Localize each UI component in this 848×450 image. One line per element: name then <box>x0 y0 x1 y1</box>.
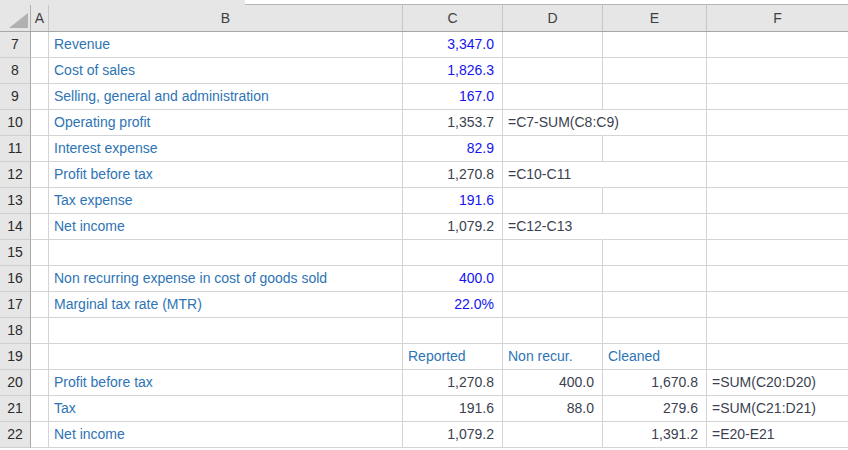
column-header-B[interactable]: B <box>49 5 403 31</box>
cell-E22[interactable]: 1,391.2 <box>603 422 707 448</box>
cell-B21[interactable]: Tax <box>49 396 403 422</box>
cell-D20[interactable]: 400.0 <box>503 370 603 396</box>
cell-E15[interactable] <box>603 240 707 266</box>
column-header-A[interactable]: A <box>31 5 49 31</box>
cell-C11[interactable]: 82.9 <box>403 136 503 162</box>
cell-A12[interactable] <box>31 162 49 188</box>
cell-F7[interactable] <box>707 32 848 58</box>
cell-E18[interactable] <box>603 318 707 344</box>
row-header-12[interactable]: 12 <box>0 162 31 188</box>
cell-D9[interactable] <box>503 84 603 110</box>
cell-F13[interactable] <box>707 188 848 214</box>
row-header-13[interactable]: 13 <box>0 188 31 214</box>
cell-F16[interactable] <box>707 266 848 292</box>
cell-E7[interactable] <box>603 32 707 58</box>
cell-B22[interactable]: Net income <box>49 422 403 448</box>
cell-B7[interactable]: Revenue <box>49 32 403 58</box>
cell-E12[interactable] <box>603 162 707 188</box>
row-header-21[interactable]: 21 <box>0 396 31 422</box>
cell-D18[interactable] <box>503 318 603 344</box>
select-all-button[interactable] <box>0 5 31 31</box>
cell-B8[interactable]: Cost of sales <box>49 58 403 84</box>
cell-C14[interactable]: 1,079.2 <box>403 214 503 240</box>
cell-C13[interactable]: 191.6 <box>403 188 503 214</box>
cell-F8[interactable] <box>707 58 848 84</box>
cell-A22[interactable] <box>31 422 49 448</box>
cell-F14[interactable] <box>707 214 848 240</box>
cell-C17[interactable]: 22.0% <box>403 292 503 318</box>
cell-A18[interactable] <box>31 318 49 344</box>
row-header-11[interactable]: 11 <box>0 136 31 162</box>
row-header-20[interactable]: 20 <box>0 370 31 396</box>
row-header-22[interactable]: 22 <box>0 422 31 448</box>
cell-B16[interactable]: Non recurring expense in cost of goods s… <box>49 266 403 292</box>
cell-D15[interactable] <box>503 240 603 266</box>
cell-C16[interactable]: 400.0 <box>403 266 503 292</box>
cell-F15[interactable] <box>707 240 848 266</box>
cell-A8[interactable] <box>31 58 49 84</box>
cell-F10[interactable] <box>707 110 848 136</box>
cell-A16[interactable] <box>31 266 49 292</box>
cell-A17[interactable] <box>31 292 49 318</box>
cell-C12[interactable]: 1,270.8 <box>403 162 503 188</box>
cell-D11[interactable] <box>503 136 603 162</box>
row-header-7[interactable]: 7 <box>0 32 31 58</box>
cell-F19[interactable] <box>707 344 848 370</box>
cell-D17[interactable] <box>503 292 603 318</box>
cell-F20[interactable]: =SUM(C20:D20) <box>707 370 848 396</box>
cell-E21[interactable]: 279.6 <box>603 396 707 422</box>
cell-D22[interactable] <box>503 422 603 448</box>
row-header-9[interactable]: 9 <box>0 84 31 110</box>
cell-F17[interactable] <box>707 292 848 318</box>
cell-B20[interactable]: Profit before tax <box>49 370 403 396</box>
row-header-16[interactable]: 16 <box>0 266 31 292</box>
cell-F9[interactable] <box>707 84 848 110</box>
cell-E20[interactable]: 1,670.8 <box>603 370 707 396</box>
cell-F21[interactable]: =SUM(C21:D21) <box>707 396 848 422</box>
cell-F12[interactable] <box>707 162 848 188</box>
cell-C10[interactable]: 1,353.7 <box>403 110 503 136</box>
cell-C20[interactable]: 1,270.8 <box>403 370 503 396</box>
cell-D7[interactable] <box>503 32 603 58</box>
cell-C8[interactable]: 1,826.3 <box>403 58 503 84</box>
cell-F18[interactable] <box>707 318 848 344</box>
cell-B17[interactable]: Marginal tax rate (MTR) <box>49 292 403 318</box>
cell-E17[interactable] <box>603 292 707 318</box>
cell-A13[interactable] <box>31 188 49 214</box>
row-header-18[interactable]: 18 <box>0 318 31 344</box>
cell-B15[interactable] <box>49 240 403 266</box>
cell-A15[interactable] <box>31 240 49 266</box>
cell-F11[interactable] <box>707 136 848 162</box>
row-header-8[interactable]: 8 <box>0 58 31 84</box>
cell-F22[interactable]: =E20-E21 <box>707 422 848 448</box>
column-header-E[interactable]: E <box>603 5 707 31</box>
cell-D16[interactable] <box>503 266 603 292</box>
cell-E14[interactable] <box>603 214 707 240</box>
cell-A14[interactable] <box>31 214 49 240</box>
cell-E16[interactable] <box>603 266 707 292</box>
cell-E8[interactable] <box>603 58 707 84</box>
cell-E13[interactable] <box>603 188 707 214</box>
column-header-C[interactable]: C <box>403 5 503 31</box>
cell-A9[interactable] <box>31 84 49 110</box>
cell-B10[interactable]: Operating profit <box>49 110 403 136</box>
cell-C7[interactable]: 3,347.0 <box>403 32 503 58</box>
cell-C22[interactable]: 1,079.2 <box>403 422 503 448</box>
cell-A10[interactable] <box>31 110 49 136</box>
cell-B14[interactable]: Net income <box>49 214 403 240</box>
row-header-15[interactable]: 15 <box>0 240 31 266</box>
cell-B18[interactable] <box>49 318 403 344</box>
cell-D19[interactable]: Non recur. <box>503 344 603 370</box>
column-header-D[interactable]: D <box>503 5 603 31</box>
row-header-17[interactable]: 17 <box>0 292 31 318</box>
cell-C15[interactable] <box>403 240 503 266</box>
cell-C18[interactable] <box>403 318 503 344</box>
cell-D8[interactable] <box>503 58 603 84</box>
cell-A20[interactable] <box>31 370 49 396</box>
cell-C9[interactable]: 167.0 <box>403 84 503 110</box>
cell-B9[interactable]: Selling, general and administration <box>49 84 403 110</box>
cell-B12[interactable]: Profit before tax <box>49 162 403 188</box>
cell-D14[interactable]: =C12-C13 <box>503 214 603 240</box>
column-header-F[interactable]: F <box>707 5 848 31</box>
cell-E9[interactable] <box>603 84 707 110</box>
